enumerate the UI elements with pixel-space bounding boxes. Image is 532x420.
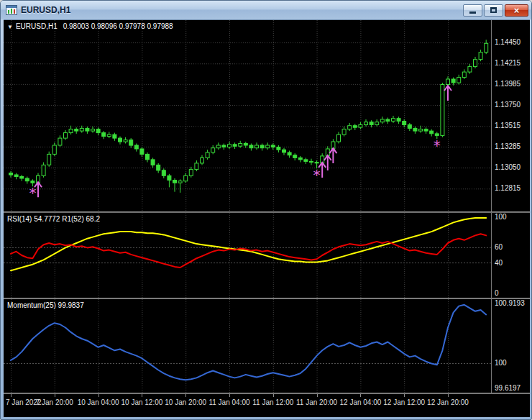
- momentum-pane: 100.919310099.6197 Momentum(25) 99.9837: [4, 299, 530, 393]
- time-axis-label: 7 Jan 20:00: [36, 398, 73, 406]
- maximize-button[interactable]: [484, 4, 503, 17]
- axis-price-label: 1.12815: [495, 184, 520, 192]
- rsi-pane: 10060400 RSI(14) 54.7772 R1(52) 68.2: [4, 213, 530, 298]
- axis-price-label: 100: [495, 359, 507, 367]
- time-tick: [185, 394, 186, 397]
- axis-price-label: 1.13515: [495, 122, 520, 129]
- chart-collapse-icon[interactable]: ▼: [7, 24, 13, 30]
- axis-price-label: 1.14450: [495, 38, 520, 46]
- titlebar[interactable]: EURUSD,H1 ×: [1, 1, 531, 19]
- buy-arrow-icon: [329, 148, 336, 163]
- momentum-plot[interactable]: [4, 299, 491, 393]
- chart-ohlc-values: 0.98003 0.98096 0.97978 0.97988: [63, 22, 173, 30]
- rsi-plot[interactable]: [4, 213, 491, 298]
- time-tick: [273, 394, 274, 397]
- time-axis-label: 12 Jan 04:00: [339, 398, 381, 406]
- price-chart-plot[interactable]: ***: [4, 20, 491, 211]
- close-icon: ×: [514, 6, 520, 15]
- axis-price-label: 1.14215: [495, 59, 520, 67]
- axis-price-label: 40: [495, 259, 503, 267]
- time-tick: [404, 394, 405, 397]
- time-tick: [98, 394, 99, 397]
- rsi-label: RSI(14) 54.7772 R1(52) 68.2: [7, 215, 100, 223]
- close-button[interactable]: ×: [505, 4, 528, 17]
- maximize-icon: [490, 7, 497, 13]
- axis-price-label: 1.13050: [495, 163, 520, 171]
- buy-arrow-icon: [444, 86, 451, 101]
- price-chart-pane: *** 1.144501.142151.139851.137501.135151…: [4, 20, 530, 211]
- time-axis-label: 10 Jan 20:00: [165, 398, 206, 406]
- chart-client-area: *** 1.144501.142151.139851.137501.135151…: [4, 19, 530, 416]
- signal-asterisk-icon: *: [29, 184, 36, 201]
- Momentum(25)-line: [11, 305, 486, 380]
- signal-asterisk-icon: *: [434, 137, 441, 154]
- axis-price-label: 1.13285: [495, 142, 520, 150]
- chart-ohlc-label: ▼EURUSD,H10.98003 0.98096 0.97978 0.9798…: [7, 22, 173, 30]
- time-tick: [11, 394, 12, 397]
- momentum-label: Momentum(25) 99.9837: [7, 301, 84, 309]
- axis-price-label: 60: [495, 243, 503, 251]
- minimize-icon: [469, 12, 476, 14]
- time-axis[interactable]: 7 Jan 20227 Jan 20:0010 Jan 04:0010 Jan …: [4, 394, 530, 417]
- window-icon: [6, 5, 17, 15]
- time-axis-label: 11 Jan 12:00: [252, 398, 293, 406]
- axis-price-label: 99.6197: [495, 384, 520, 392]
- axis-price-label: 1.13750: [495, 101, 520, 109]
- axis-price-label: 100.9193: [495, 299, 525, 307]
- time-axis-label: 11 Jan 04:00: [208, 398, 249, 406]
- time-axis-label: 10 Jan 04:00: [78, 398, 119, 406]
- time-tick: [360, 394, 361, 397]
- time-axis-label: 11 Jan 20:00: [296, 398, 337, 406]
- chart-window: EURUSD,H1 × *** 1.144501.142151.139851.1…: [0, 0, 532, 420]
- time-tick: [55, 394, 55, 397]
- time-axis-label: 12 Jan 12:00: [383, 398, 425, 406]
- price-axis[interactable]: 1.144501.142151.139851.137501.135151.132…: [491, 20, 530, 211]
- signal-asterisk-icon: *: [313, 166, 321, 183]
- time-axis-label: 10 Jan 12:00: [121, 398, 162, 406]
- window-title: EURUSD,H1: [21, 5, 70, 15]
- chart-symbol-label: EURUSD,H1: [16, 22, 58, 30]
- momentum-axis[interactable]: 100.919310099.6197: [491, 299, 530, 393]
- time-tick: [229, 394, 230, 397]
- axis-price-label: 0: [495, 289, 499, 297]
- time-axis-label: 12 Jan 20:00: [427, 398, 469, 406]
- minimize-button[interactable]: [463, 4, 482, 17]
- time-tick: [142, 394, 142, 397]
- window-controls: ×: [463, 4, 528, 17]
- time-tick: [317, 394, 318, 397]
- axis-price-label: 1.13985: [495, 80, 520, 88]
- axis-price-label: 100: [495, 213, 507, 221]
- rsi-axis[interactable]: 10060400: [491, 213, 530, 298]
- time-tick: [448, 394, 449, 397]
